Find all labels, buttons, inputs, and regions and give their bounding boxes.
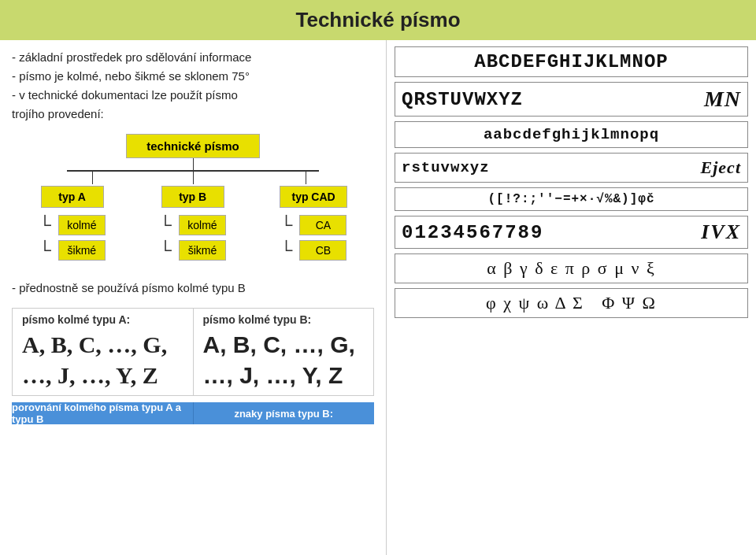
right-panel: ABCDEFGHIJKLMNOP QRSTUVWXYZ MN aabcdefgh… xyxy=(386,40,756,555)
sub-label-cad-ca: CA xyxy=(299,215,346,235)
branch-connector-cad xyxy=(306,170,306,184)
branch-cad-label: typ CAD xyxy=(280,186,346,208)
branch-a-sub2: └ šikmé xyxy=(39,240,106,261)
branch-cad-items: └ CA └ CB xyxy=(280,213,347,261)
comparison-header-a: písmo kolmé typu A: xyxy=(22,313,183,329)
intro-line4: trojího provedení: xyxy=(12,105,374,124)
branch-a-sub1: └ kolmé xyxy=(39,215,106,235)
page: Technické písmo - základní prostředek pr… xyxy=(0,0,756,555)
branch-b-items: └ kolmé └ šikmé xyxy=(159,213,226,261)
comparison-letters-b1: A, B, C, …, G, xyxy=(203,329,365,360)
char-row-digits: 01234567789 xyxy=(402,222,543,243)
branch-b-label: typ B xyxy=(161,186,224,208)
branch-b-sub2: └ šikmé xyxy=(159,240,226,261)
bracket-b2: └ xyxy=(159,242,172,259)
bracket-a1: └ xyxy=(39,216,51,234)
branch-a-label: typ A xyxy=(41,186,104,208)
char-row-greek1: α β γ δ ε π ρ σ μ ν ξ xyxy=(395,253,748,283)
sub-label-b-kolme: kolmé xyxy=(179,215,226,235)
left-panel: - základní prostředek pro sdělování info… xyxy=(0,40,386,555)
main-content: - základní prostředek pro sdělování info… xyxy=(0,40,756,555)
bracket-cad2: └ xyxy=(280,242,293,259)
root-connector-line xyxy=(193,158,194,170)
comparison-letters-a1: A, B, C, …, G, xyxy=(22,329,183,360)
tree-branches: typ A └ kolmé └ šikmé xyxy=(12,186,374,261)
branch-a: typ A └ kolmé └ šikmé xyxy=(39,186,106,261)
tree-root-node: technické písmo xyxy=(126,134,260,158)
bracket-cad1: └ xyxy=(280,216,293,234)
comparison-letters-a2: …, J, …, Y, Z xyxy=(22,360,183,390)
branch-connector-a xyxy=(92,170,93,184)
char-row-qrst: QRSTUVWXYZ MN xyxy=(395,82,748,117)
char-row-mn-italic: MN xyxy=(704,87,741,112)
intro-text: - základní prostředek pro sdělování info… xyxy=(12,48,374,124)
branch-connector-b xyxy=(193,170,194,184)
char-row-nums: 01234567789 IVX xyxy=(395,216,748,249)
branch-cad: typ CAD └ CA └ CB xyxy=(280,186,346,261)
branch-b: typ B └ kolmé └ šikmé xyxy=(159,186,226,261)
branch-cad-sub1: └ CA xyxy=(280,215,347,235)
bracket-b1: └ xyxy=(159,216,172,234)
bottom-bar-left: porovnání kolmého písma typu A a typu B xyxy=(12,402,194,424)
char-row-lowercase: aabcdefghijklmnopq xyxy=(395,121,748,148)
comparison-col-b: písmo kolmé typu B: A, B, C, …, G, …, J,… xyxy=(194,309,374,395)
char-row-rstu-main: rstuvwxyz xyxy=(402,159,490,176)
branch-b-sub1: └ kolmé xyxy=(159,215,226,235)
branch-a-items: └ kolmé └ šikmé xyxy=(39,213,106,261)
intro-line2: - písmo je kolmé, nebo šikmé se sklonem … xyxy=(12,67,374,86)
comparison-header-b: písmo kolmé typu B: xyxy=(203,313,365,329)
char-row-roman: IVX xyxy=(701,220,741,244)
intro-line1: - základní prostředek pro sdělování info… xyxy=(12,48,374,67)
comparison-row: písmo kolmé typu A: A, B, C, …, G, …, J,… xyxy=(12,308,374,396)
sub-label-a-sikme: šikmé xyxy=(58,240,106,261)
char-row-eject: Eject xyxy=(701,157,741,178)
comparison-col-a: písmo kolmé typu A: A, B, C, …, G, …, J,… xyxy=(13,309,194,395)
title-bar: Technické písmo xyxy=(0,0,756,40)
branch-cad-sub2: └ CB xyxy=(280,240,347,261)
bottom-bar-right: znaky písma typu B: xyxy=(194,402,375,424)
char-row-special: ([!?:;''−=+×·√%&)]φč xyxy=(395,187,748,211)
comparison-letters-b2: …, J, …, Y, Z xyxy=(203,360,365,390)
char-row-greek2: φ χ ψ ω Δ Σ Φ Ψ Ω xyxy=(395,288,748,318)
intro-line3: - v technické dokumentaci lze použít pís… xyxy=(12,86,374,105)
prefer-text: - přednostně se používá písmo kolmé typu… xyxy=(12,275,374,298)
tree-diagram: technické písmo typ A xyxy=(12,134,374,261)
bottom-bar: porovnání kolmého písma typu A a typu B … xyxy=(12,402,374,424)
sub-label-a-kolme: kolmé xyxy=(58,215,106,235)
char-row-rstu: rstuvwxyz Eject xyxy=(395,153,748,183)
page-title: Technické písmo xyxy=(0,8,756,32)
sub-label-cad-cb: CB xyxy=(299,240,346,261)
char-row-qrst-main: QRSTUVWXYZ xyxy=(402,89,523,110)
sub-label-b-sikme: šikmé xyxy=(179,240,226,261)
bracket-a2: └ xyxy=(39,242,51,259)
char-row-uppercase: ABCDEFGHIJKLMNOP xyxy=(395,46,748,77)
